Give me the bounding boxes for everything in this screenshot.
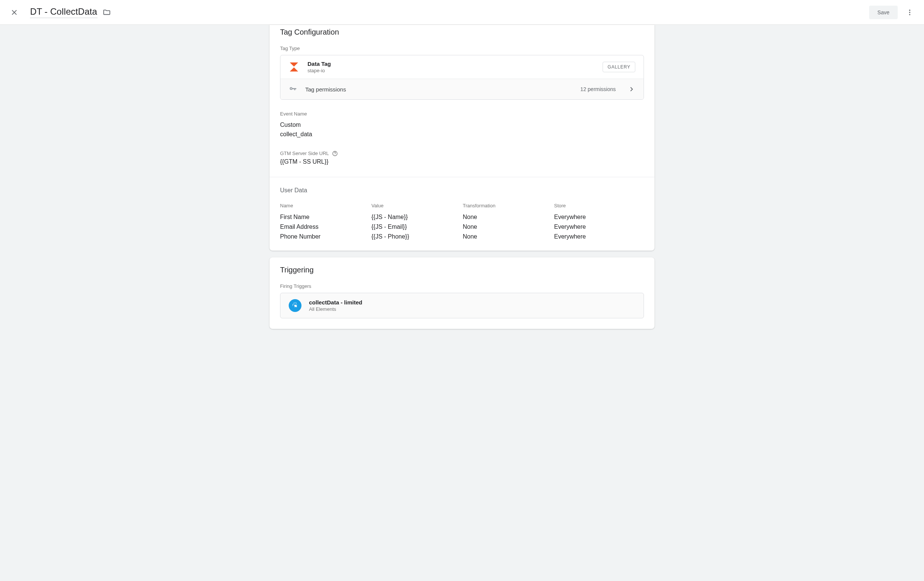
table-cell: First Name xyxy=(280,214,370,220)
event-name-type: Custom xyxy=(280,121,644,130)
tag-type-label: Tag Type xyxy=(280,46,644,51)
gallery-button[interactable]: GALLERY xyxy=(602,62,635,72)
user-data-title: User Data xyxy=(280,187,644,194)
server-url-label: GTM Server Side URL xyxy=(280,151,329,156)
tag-type-box: Data Tag stape-io GALLERY Tag permission… xyxy=(280,55,644,100)
tag-permissions-count: 12 permissions xyxy=(581,86,616,92)
table-cell: Email Address xyxy=(280,223,370,230)
tag-vendor: stape-io xyxy=(307,68,331,73)
server-url-block: GTM Server Side URL {{GTM - SS URL}} xyxy=(280,151,644,167)
user-data-table: Name Value Transformation Store First Na… xyxy=(280,203,644,240)
svg-point-6 xyxy=(335,154,335,155)
tag-permissions-row[interactable]: Tag permissions 12 permissions xyxy=(280,79,644,99)
table-cell: None xyxy=(463,233,553,240)
page-title[interactable]: DT - CollectData xyxy=(30,7,97,18)
event-name-label: Event Name xyxy=(280,111,644,117)
col-store: Store xyxy=(554,203,644,211)
col-name: Name xyxy=(280,203,370,211)
firing-triggers-label: Firing Triggers xyxy=(280,283,644,289)
triggering-card[interactable]: Triggering Firing Triggers collectData -… xyxy=(269,257,655,329)
event-name-block: Event Name Custom collect_data xyxy=(280,111,644,139)
table-cell: {{JS - Name}} xyxy=(371,214,461,220)
svg-point-4 xyxy=(909,14,910,15)
more-vert-icon xyxy=(906,9,914,16)
save-button[interactable]: Save xyxy=(869,6,898,19)
close-button[interactable] xyxy=(9,7,20,18)
folder-icon xyxy=(102,8,111,17)
svg-point-2 xyxy=(909,9,910,10)
tag-configuration-card[interactable]: Tag Configuration Tag Type Data Tag stap… xyxy=(269,25,655,251)
col-transform: Transformation xyxy=(463,203,553,211)
section-title-tag-configuration: Tag Configuration xyxy=(280,28,644,36)
data-tag-icon xyxy=(289,62,299,72)
table-cell: Everywhere xyxy=(554,223,644,230)
help-icon[interactable] xyxy=(332,151,338,157)
table-cell: Everywhere xyxy=(554,214,644,220)
table-cell: None xyxy=(463,214,553,220)
canvas: Tag Configuration Tag Type Data Tag stap… xyxy=(0,25,924,351)
trigger-name: collectData - limited xyxy=(309,299,362,306)
table-cell: Phone Number xyxy=(280,233,370,240)
server-url-value: {{GTM - SS URL}} xyxy=(280,157,644,167)
table-cell: {{JS - Email}} xyxy=(371,223,461,230)
svg-point-3 xyxy=(909,12,910,13)
click-trigger-icon xyxy=(289,299,302,312)
section-title-triggering: Triggering xyxy=(280,266,644,274)
trigger-subtitle: All Elements xyxy=(309,306,362,312)
tag-name: Data Tag xyxy=(307,61,331,67)
close-icon xyxy=(10,9,18,16)
more-menu-button[interactable] xyxy=(904,7,915,18)
folder-button[interactable] xyxy=(102,8,111,17)
table-cell: {{JS - Phone}} xyxy=(371,233,461,240)
table-cell: None xyxy=(463,223,553,230)
header-bar: DT - CollectData Save xyxy=(0,0,924,25)
event-name-value: collect_data xyxy=(280,130,644,139)
tag-permissions-label: Tag permissions xyxy=(305,86,346,93)
chevron-right-icon xyxy=(628,85,635,93)
key-icon xyxy=(289,85,297,93)
col-value: Value xyxy=(371,203,461,211)
firing-trigger-row[interactable]: collectData - limited All Elements xyxy=(280,293,644,318)
divider xyxy=(269,177,655,177)
table-cell: Everywhere xyxy=(554,233,644,240)
tag-type-row[interactable]: Data Tag stape-io GALLERY xyxy=(280,55,644,79)
